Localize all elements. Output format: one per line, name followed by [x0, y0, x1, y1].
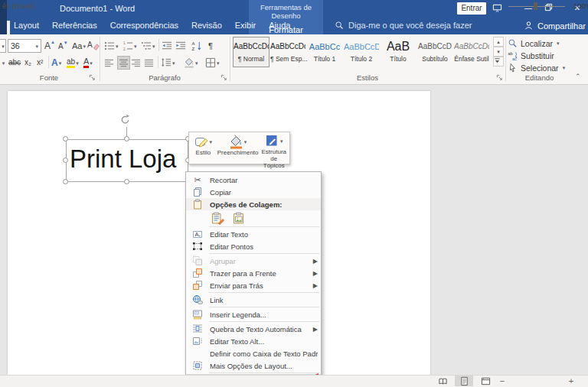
textbox-handle-bottom-left[interactable] [63, 179, 68, 184]
styles-gallery-more-button[interactable] [493, 57, 504, 67]
share-button[interactable]: Compartilhar [524, 21, 586, 31]
menu-separator [209, 226, 319, 227]
multilevel-list-button[interactable]: ▾ [141, 39, 155, 53]
textbox-handle-top-left[interactable] [63, 136, 68, 141]
read-mode-button[interactable] [433, 376, 452, 386]
style-card-normal[interactable]: AaBbCcDc¶ Normal [233, 37, 270, 67]
line-spacing-button[interactable]: ▾ [161, 56, 175, 70]
grow-font-button[interactable]: A▲ [44, 39, 55, 53]
style-mini-icon [194, 135, 209, 149]
shading-button[interactable]: ▾ [184, 56, 198, 70]
styles-dialog-launcher-icon[interactable] [496, 74, 503, 81]
tab-layout[interactable]: Layout [14, 21, 39, 30]
align-left-button[interactable] [104, 56, 114, 70]
menu-item-editar-texto[interactable]: AEditar Texto [186, 228, 321, 240]
textbox-handle-top-middle[interactable] [124, 136, 129, 141]
menu-item-trazer-para-a-frente[interactable]: Trazer para a Frente▶ [186, 267, 321, 279]
menu-item-copiar[interactable]: Copiar [186, 186, 321, 198]
strikethrough-button[interactable]: abc [8, 56, 21, 70]
menu-item-editar-texto-alt[interactable]: Editar Texto Alt... [186, 335, 321, 347]
tab-exibir[interactable]: Exibir [235, 21, 256, 30]
change-case-button[interactable]: Aa▾ [72, 39, 86, 53]
estrutura-de-topicos-button[interactable]: ▾Estrutura de Tópicos [260, 133, 288, 163]
text-box-text[interactable]: Print Loja [70, 145, 176, 174]
tell-me-search[interactable]: Diga-me o que você deseja fazer [335, 21, 472, 30]
sign-in-button[interactable]: Entrar [457, 2, 486, 15]
zoom-in-button[interactable]: + [567, 376, 576, 386]
font-name-combo-cutoff[interactable]: ▾ [0, 39, 6, 53]
web-layout-button[interactable] [476, 376, 495, 386]
style-card-sem-esp[interactable]: AaBbCcDc¶ Sem Esp... [270, 37, 306, 67]
font-dialog-launcher-icon[interactable] [89, 74, 96, 81]
textbox-handle-bottom-middle[interactable] [124, 179, 129, 184]
svg-text:A: A [195, 231, 199, 238]
style-card-subtitulo[interactable]: AaBbCcDSubtítulo [416, 37, 453, 67]
style-name: ¶ Normal [234, 55, 269, 63]
rotate-handle-icon[interactable] [119, 114, 131, 125]
shrink-font-button[interactable]: A▼ [58, 39, 68, 53]
language-status[interactable]: ês (Brasil) [2, 2, 35, 10]
style-card-titulo-1[interactable]: AaBbCcTítulo 1 [306, 37, 343, 67]
subscript-button[interactable]: x₂ [24, 56, 31, 70]
menu-item-link[interactable]: Link [186, 294, 321, 306]
font-size-combo[interactable]: 36▾ [8, 39, 41, 53]
ribbon: ▾ 36▾ A▲ A▼ Aa▾ A ▾ abc x₂ x² A▾ ab▾ A▾ … [0, 34, 588, 85]
numbering-button[interactable]: 1.2.▾ [122, 39, 137, 53]
style-card-titulo[interactable]: AaBTítulo [380, 37, 416, 67]
paragraph-dialog-launcher-icon[interactable] [220, 74, 227, 81]
underline-combo-cutoff[interactable]: ▾ [0, 56, 6, 70]
menu-item-label: Mais Opções de Layout... [210, 362, 318, 370]
menu-item-definir-como-caixa-de-texto-padrao[interactable]: Definir como Caixa de Texto Padrão [186, 347, 321, 359]
font-group-label: Fonte [0, 73, 98, 82]
zoom-out-button[interactable]: − [498, 376, 507, 386]
paste-picture-icon [233, 212, 246, 225]
zoom-slider-thumb[interactable] [534, 2, 537, 10]
style-card-titulo-2[interactable]: AaBbCcDTítulo 2 [343, 37, 380, 67]
clear-formatting-button[interactable]: A [87, 38, 100, 52]
sort-button[interactable]: AZ [191, 39, 202, 53]
menu-item-editar-pontos[interactable]: Editar Pontos [186, 240, 321, 252]
style-card-enfase-sutil[interactable]: AaBbCcDcÊnfase Sutil [453, 37, 490, 67]
menu-item-enviar-para-tras[interactable]: Enviar para Trás▶ [186, 279, 321, 291]
collapse-ribbon-icon[interactable]: ⌃ [575, 73, 581, 80]
divider [158, 56, 158, 68]
tab-referencias[interactable]: Referências [52, 21, 97, 30]
submenu-arrow-icon: ▶ [313, 270, 318, 277]
localizar-button[interactable]: Localizar▾ [508, 37, 560, 49]
bullets-button[interactable]: ▾ [104, 39, 119, 53]
menu-item-mais-opcoes-de-layout[interactable]: Mais Opções de Layout... [186, 359, 321, 372]
preenchimento-button[interactable]: ▾Preenchimento [216, 133, 260, 163]
tab-ajuda[interactable]: Ajuda [269, 21, 290, 30]
paste-as-picture-button[interactable] [231, 211, 247, 226]
print-layout-button[interactable] [455, 376, 473, 386]
styles-scroll-down-button[interactable]: ▾ [493, 47, 504, 57]
decrease-indent-icon [162, 41, 172, 51]
zoom-level[interactable]: 100% [573, 2, 588, 10]
show-marks-button[interactable]: ¶ [208, 39, 213, 53]
align-center-button[interactable] [117, 56, 130, 70]
align-left-icon [104, 58, 114, 68]
align-right-button[interactable] [131, 56, 141, 70]
menu-item-inserir-legenda[interactable]: Inserir Legenda... [186, 308, 321, 320]
textbox-handle-middle-left[interactable] [63, 158, 68, 163]
decrease-indent-button[interactable] [162, 39, 172, 53]
substituir-button[interactable]: abacSubstituir [508, 50, 554, 61]
restore-icon[interactable] [544, 3, 561, 14]
selecionar-button[interactable]: Selecionar▾ [508, 62, 565, 73]
styles-scroll-up-button[interactable]: ▴ [493, 37, 504, 47]
superscript-button[interactable]: x² [37, 56, 43, 70]
tab-revisao[interactable]: Revisão [191, 21, 222, 30]
ribbon-display-options-icon[interactable] [492, 3, 509, 14]
borders-button[interactable]: ▾ [205, 56, 220, 70]
text-effects-button[interactable]: A▾ [51, 56, 61, 70]
tab-correspondencias[interactable]: Correspondências [110, 21, 178, 30]
menu-item-recortar[interactable]: ✂Recortar [186, 174, 321, 186]
font-color-button[interactable]: A▾ [83, 56, 93, 70]
text-highlight-button[interactable]: ab▾ [67, 56, 79, 70]
paste-keep-source-formatting-button[interactable] [210, 211, 225, 226]
submenu-arrow-icon: ▶ [313, 258, 318, 265]
estilo-button[interactable]: ▾Estilo [191, 133, 216, 163]
menu-item-quebra-de-texto-automatica[interactable]: Quebra de Texto Automática▶ [186, 323, 321, 335]
increase-indent-button[interactable] [175, 39, 186, 53]
justify-button[interactable] [144, 56, 154, 70]
